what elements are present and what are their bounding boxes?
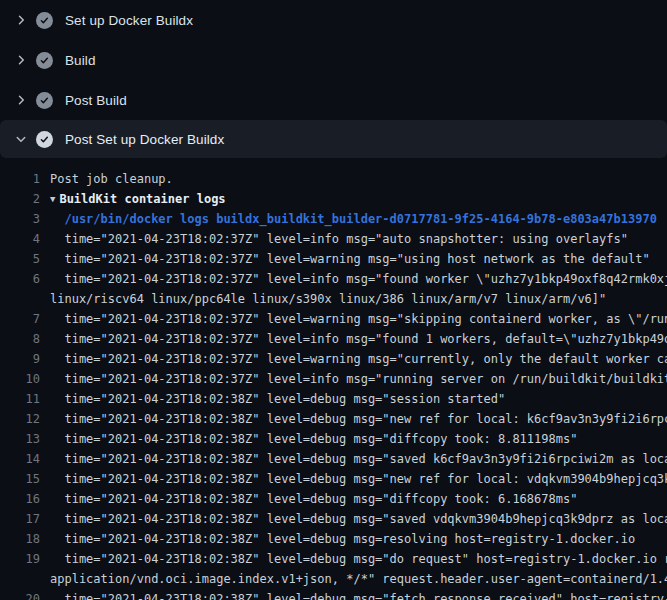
log-line-number[interactable]: 12	[0, 409, 40, 429]
triangle-down-icon: ▼	[50, 189, 55, 209]
log-line: 9 time="2021-04-23T18:02:37Z" level=warn…	[0, 349, 667, 369]
log-line: 8 time="2021-04-23T18:02:37Z" level=info…	[0, 329, 667, 349]
log-line-number[interactable]: 11	[0, 389, 40, 409]
step-title: Set up Docker Buildx	[65, 13, 193, 28]
log-line-number[interactable]: 15	[0, 469, 40, 489]
log-line-number[interactable]: 17	[0, 509, 40, 529]
log-line: 5 time="2021-04-23T18:02:37Z" level=warn…	[0, 249, 667, 269]
step-header-post-build[interactable]: Post Build	[0, 80, 667, 120]
log-line-number[interactable]: 9	[0, 349, 40, 369]
log-line-number[interactable]: 7	[0, 309, 40, 329]
step-title: Post Set up Docker Buildx	[65, 132, 224, 147]
log-line: 15 time="2021-04-23T18:02:38Z" level=deb…	[0, 469, 667, 489]
chevron-down-icon	[13, 131, 29, 147]
log-line-number[interactable]: 13	[0, 429, 40, 449]
log-line-number	[0, 289, 40, 309]
log-text: time="2021-04-23T18:02:38Z" level=debug …	[50, 469, 667, 489]
log-text: BuildKit container logs	[59, 189, 225, 209]
log-text: time="2021-04-23T18:02:38Z" level=debug …	[50, 529, 635, 549]
log-line: 4 time="2021-04-23T18:02:37Z" level=info…	[0, 229, 667, 249]
log-text: time="2021-04-23T18:02:37Z" level=warnin…	[50, 249, 650, 269]
log-text: time="2021-04-23T18:02:38Z" level=debug …	[50, 409, 667, 429]
chevron-right-icon	[13, 52, 29, 68]
log-text: time="2021-04-23T18:02:37Z" level=info m…	[50, 329, 667, 349]
chevron-right-icon	[13, 12, 29, 28]
log-line-number[interactable]: 16	[0, 489, 40, 509]
log-line: 11 time="2021-04-23T18:02:38Z" level=deb…	[0, 389, 667, 409]
check-circle-icon	[36, 131, 53, 148]
log-line: 10 time="2021-04-23T18:02:37Z" level=inf…	[0, 369, 667, 389]
log-line-number[interactable]: 10	[0, 369, 40, 389]
log-text: time="2021-04-23T18:02:37Z" level=info m…	[50, 229, 628, 249]
log-line: 13 time="2021-04-23T18:02:38Z" level=deb…	[0, 429, 667, 449]
check-circle-icon	[36, 52, 53, 69]
log-line[interactable]: 2▼BuildKit container logs	[0, 189, 667, 209]
step-header-post-set-up-docker-buildx[interactable]: Post Set up Docker Buildx	[0, 120, 667, 158]
log-line: 20 time="2021-04-23T18:02:38Z" level=deb…	[0, 589, 667, 600]
log-line: 14 time="2021-04-23T18:02:38Z" level=deb…	[0, 449, 667, 469]
log-line: 12 time="2021-04-23T18:02:38Z" level=deb…	[0, 409, 667, 429]
workflow-step-list: Set up Docker BuildxBuildPost BuildPost …	[0, 0, 667, 158]
log-line: 16 time="2021-04-23T18:02:38Z" level=deb…	[0, 489, 667, 509]
log-line-number[interactable]: 20	[0, 589, 40, 600]
log-text: time="2021-04-23T18:02:37Z" level=warnin…	[50, 349, 667, 369]
log-text: time="2021-04-23T18:02:38Z" level=debug …	[50, 429, 577, 449]
log-line: 3 /usr/bin/docker logs buildx_buildkit_b…	[0, 209, 667, 229]
step-title: Build	[65, 53, 96, 68]
log-line-number[interactable]: 4	[0, 229, 40, 249]
log-viewer: 1Post job cleanup.2▼BuildKit container l…	[0, 158, 667, 600]
log-line-number	[0, 569, 40, 589]
log-text: time="2021-04-23T18:02:38Z" level=debug …	[50, 489, 577, 509]
log-text: Post job cleanup.	[50, 169, 173, 189]
log-text: time="2021-04-23T18:02:37Z" level=warnin…	[50, 309, 667, 329]
log-text: linux/riscv64 linux/ppc64le linux/s390x …	[50, 289, 606, 309]
log-line-number[interactable]: 5	[0, 249, 40, 269]
log-line: 6 time="2021-04-23T18:02:37Z" level=info…	[0, 269, 667, 289]
log-line-number[interactable]: 1	[0, 169, 40, 189]
step-header-build[interactable]: Build	[0, 40, 667, 80]
log-line: 18 time="2021-04-23T18:02:38Z" level=deb…	[0, 529, 667, 549]
step-header-set-up-docker-buildx[interactable]: Set up Docker Buildx	[0, 0, 667, 40]
check-circle-icon	[36, 12, 53, 29]
log-line-number[interactable]: 14	[0, 449, 40, 469]
log-command-text: /usr/bin/docker logs buildx_buildkit_bui…	[50, 209, 657, 229]
log-line: 17 time="2021-04-23T18:02:38Z" level=deb…	[0, 509, 667, 529]
log-line-number[interactable]: 18	[0, 529, 40, 549]
chevron-right-icon	[13, 92, 29, 108]
log-line: 1Post job cleanup.	[0, 169, 667, 189]
log-text: application/vnd.oci.image.index.v1+json,…	[50, 569, 667, 589]
log-line-number[interactable]: 19	[0, 549, 40, 569]
log-line-continuation: linux/riscv64 linux/ppc64le linux/s390x …	[0, 289, 667, 309]
log-text: time="2021-04-23T18:02:38Z" level=debug …	[50, 449, 667, 469]
log-text: time="2021-04-23T18:02:38Z" level=debug …	[50, 549, 667, 569]
log-line-number[interactable]: 8	[0, 329, 40, 349]
log-line-number[interactable]: 6	[0, 269, 40, 289]
log-text: time="2021-04-23T18:02:37Z" level=info m…	[50, 269, 667, 289]
log-line-number[interactable]: 2	[0, 189, 40, 209]
log-line: 7 time="2021-04-23T18:02:37Z" level=warn…	[0, 309, 667, 329]
log-line: 19 time="2021-04-23T18:02:38Z" level=deb…	[0, 549, 667, 569]
log-text: time="2021-04-23T18:02:38Z" level=debug …	[50, 389, 505, 409]
log-text: time="2021-04-23T18:02:38Z" level=debug …	[50, 589, 667, 600]
log-line-continuation: application/vnd.oci.image.index.v1+json,…	[0, 569, 667, 589]
log-text: time="2021-04-23T18:02:37Z" level=info m…	[50, 369, 667, 389]
check-circle-icon	[36, 92, 53, 109]
log-line-number[interactable]: 3	[0, 209, 40, 229]
log-text: time="2021-04-23T18:02:38Z" level=debug …	[50, 509, 667, 529]
step-title: Post Build	[65, 93, 127, 108]
